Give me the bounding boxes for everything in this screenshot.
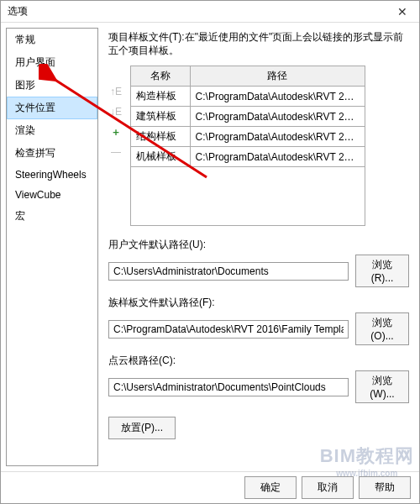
sidebar: 常规 用户界面 图形 文件位置 渲染 检查拼写 SteeringWheels V… <box>6 28 98 466</box>
table-spacer <box>131 167 365 226</box>
pointcloud-input[interactable] <box>108 378 349 396</box>
close-icon[interactable]: ✕ <box>392 5 412 18</box>
family-templates-group: 族样板文件默认路径(F): 浏览(O)... <box>108 296 409 345</box>
browse-pointcloud-button[interactable]: 浏览(W)... <box>355 370 409 403</box>
table-row[interactable]: 机械样板 C:\ProgramData\Autodesk\RVT 2016\Te… <box>131 147 365 167</box>
cancel-button[interactable]: 取消 <box>302 476 354 499</box>
browse-user-files-button[interactable]: 浏览(R)... <box>355 255 409 287</box>
cell-path[interactable]: C:\ProgramData\Autodesk\RVT 2016\Templat… <box>190 87 365 107</box>
place-button[interactable]: 放置(P)... <box>108 417 176 439</box>
table-row[interactable]: 构造样板 C:\ProgramData\Autodesk\RVT 2016\Te… <box>131 87 365 107</box>
cell-name[interactable]: 建筑样板 <box>131 107 191 127</box>
user-files-label: 用户文件默认路径(U): <box>108 238 409 252</box>
browse-family-templates-button[interactable]: 浏览(O)... <box>355 312 409 345</box>
sidebar-item-graphics[interactable]: 图形 <box>7 74 97 97</box>
sidebar-item-viewcube[interactable]: ViewCube <box>7 185 97 205</box>
templates-table: 名称 路径 构造样板 C:\ProgramData\Autodesk\RVT 2… <box>130 66 365 226</box>
move-up-icon[interactable]: ↑E <box>108 84 123 99</box>
user-files-group: 用户文件默认路径(U): 浏览(R)... <box>108 238 409 287</box>
cell-name[interactable]: 机械样板 <box>131 147 191 167</box>
options-dialog: 选项 ✕ 常规 用户界面 图形 文件位置 渲染 检查拼写 SteeringWhe… <box>0 0 420 504</box>
user-files-input[interactable] <box>108 262 349 281</box>
sidebar-item-general[interactable]: 常规 <box>7 29 97 51</box>
move-down-icon[interactable]: ↓E <box>108 104 123 119</box>
template-area: ↑E ↓E ＋ — 名称 路径 构造样板 C:\ <box>108 66 409 226</box>
titlebar: 选项 ✕ <box>1 1 419 23</box>
dialog-body: 常规 用户界面 图形 文件位置 渲染 检查拼写 SteeringWheels V… <box>1 23 419 471</box>
sidebar-item-rendering[interactable]: 渲染 <box>7 119 97 142</box>
footer: 确定 取消 帮助 <box>1 471 419 503</box>
cell-path[interactable]: C:\ProgramData\Autodesk\RVT 2016\Templat… <box>190 107 365 127</box>
sidebar-item-spellcheck[interactable]: 检查拼写 <box>7 142 97 165</box>
family-templates-label: 族样板文件默认路径(F): <box>108 296 409 310</box>
help-button[interactable]: 帮助 <box>359 476 411 499</box>
add-icon[interactable]: ＋ <box>108 124 123 139</box>
dialog-title: 选项 <box>8 4 28 18</box>
sidebar-item-ui[interactable]: 用户界面 <box>7 51 97 74</box>
template-tools: ↑E ↓E ＋ — <box>108 66 125 226</box>
table-row[interactable]: 结构样板 C:\ProgramData\Autodesk\RVT 2016\Te… <box>131 127 365 147</box>
main-panel: 项目样板文件(T):在"最近使用的文件"页面上会以链接的形式显示前五个项目样板。… <box>98 23 419 471</box>
th-name[interactable]: 名称 <box>131 66 191 87</box>
cell-name[interactable]: 结构样板 <box>131 127 191 147</box>
pointcloud-group: 点云根路径(C): 浏览(W)... <box>108 354 409 403</box>
cell-path[interactable]: C:\ProgramData\Autodesk\RVT 2016\Templat… <box>190 147 365 167</box>
pointcloud-label: 点云根路径(C): <box>108 354 409 368</box>
th-path[interactable]: 路径 <box>190 66 365 87</box>
ok-button[interactable]: 确定 <box>244 476 297 499</box>
cell-path[interactable]: C:\ProgramData\Autodesk\RVT 2016\Templat… <box>190 127 365 147</box>
cell-name[interactable]: 构造样板 <box>131 87 191 107</box>
table-row[interactable]: 建筑样板 C:\ProgramData\Autodesk\RVT 2016\Te… <box>131 107 365 127</box>
remove-icon[interactable]: — <box>108 144 123 160</box>
sidebar-item-file-locations[interactable]: 文件位置 <box>7 97 97 119</box>
sidebar-item-macros[interactable]: 宏 <box>7 205 97 228</box>
intro-text: 项目样板文件(T):在"最近使用的文件"页面上会以链接的形式显示前五个项目样板。 <box>108 31 409 57</box>
sidebar-item-steeringwheels[interactable]: SteeringWheels <box>7 165 97 185</box>
family-templates-input[interactable] <box>108 320 349 339</box>
